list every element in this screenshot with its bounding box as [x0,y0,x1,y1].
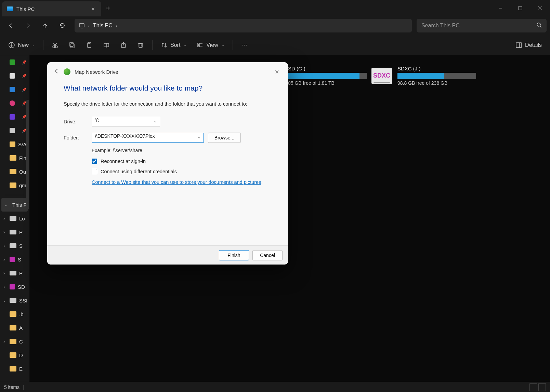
sidebar-drive-p2[interactable]: P [0,266,29,280]
sidebar-drive-s2[interactable]: S [0,253,29,266]
map-network-drive-dialog: Map Network Drive ✕ What network folder … [47,62,288,265]
sidebar-folder-b[interactable]: .b [0,307,29,321]
details-icon [515,42,522,49]
svg-rect-31 [198,45,199,47]
details-pane-button[interactable]: Details [511,38,546,52]
sidebar-quick-music[interactable]: 📌 [0,96,29,110]
folder-icon [10,141,15,147]
status-separator: | [23,384,24,390]
sidebar-quick-drive[interactable]: 📌 [0,124,29,137]
music-icon [10,100,15,106]
sidebar-quick-videos[interactable]: 📌 [0,110,29,124]
sidebar-label: Lo [19,216,25,221]
drive-row: Drive: Y: [64,117,272,126]
svg-rect-30 [198,43,199,44]
credentials-checkbox[interactable] [92,169,97,174]
share-button[interactable] [116,38,131,52]
chevron-icon[interactable]: › [88,23,90,28]
details-label: Details [525,42,542,48]
chevron-icon[interactable]: › [116,23,117,28]
search-box[interactable] [417,19,547,32]
dialog-body: What network folder would you like to ma… [47,81,288,245]
delete-button[interactable] [133,38,148,52]
forward-button[interactable] [21,19,36,32]
drive-select[interactable]: Y: [92,117,160,126]
more-button[interactable]: ⋯ [237,38,252,52]
sidebar-drive-ssi[interactable]: SSI [0,294,29,307]
copy-button[interactable] [65,38,80,52]
navbar: › This PC › [0,16,550,35]
sidebar-quick-downloads[interactable]: 📌 [0,55,29,69]
reconnect-checkbox-row[interactable]: Reconnect at sign-in [92,159,272,164]
folder-input[interactable]: \\DESKTOP-XXXXXXX\Plex [92,133,204,143]
svg-rect-5 [79,24,84,27]
svg-rect-1 [519,6,522,10]
refresh-button[interactable] [55,19,70,32]
sidebar-folder-d[interactable]: D [0,348,29,362]
connect-website-link[interactable]: Connect to a Web site that you can use t… [92,179,261,185]
sidebar-folder-c[interactable]: C [0,335,29,348]
browse-button[interactable]: Browse... [208,133,241,143]
toolbar: New ⌄ Sort ⌄ View ⌄ ⋯ Details [0,35,550,55]
sort-button[interactable]: Sort ⌄ [157,38,191,52]
sidebar-quick-documents[interactable]: 📌 [0,69,29,83]
folder-icon [10,155,16,161]
tab-this-pc[interactable]: This PC ✕ [2,1,101,16]
sidebar-folder-e[interactable]: E [0,362,29,376]
finish-button[interactable]: Finish [219,250,249,260]
pictures-icon [10,87,15,92]
dialog-footer: Finish Cancel [47,245,288,265]
reconnect-checkbox[interactable] [92,159,97,164]
new-button[interactable]: New ⌄ [4,38,39,52]
cancel-button[interactable]: Cancel [252,250,283,260]
monitor-icon [79,23,85,29]
chevron-down-icon: ⌄ [184,43,186,47]
minimize-button[interactable] [490,0,510,16]
view-button[interactable]: View ⌄ [193,38,228,52]
maximize-button[interactable] [510,0,530,16]
sidebar-folder-gm[interactable]: gm [0,178,29,192]
svg-rect-16 [71,44,74,48]
address-bar[interactable]: › This PC › [75,19,412,32]
search-input[interactable] [421,23,536,29]
svg-point-13 [55,46,57,48]
sidebar-folder-svg[interactable]: SVG [0,137,29,151]
credentials-checkbox-row[interactable]: Connect using different credentials [92,169,272,174]
cut-button[interactable] [48,38,63,52]
close-window-button[interactable] [530,0,550,16]
sidebar-folder-fin[interactable]: Fin [0,151,29,165]
close-tab-icon[interactable]: ✕ [90,5,96,13]
sidebar-quick-pictures[interactable]: 📌 [0,83,29,96]
details-view-button[interactable] [529,383,537,391]
sd-icon [10,284,15,289]
dialog-heading: What network folder would you like to ma… [64,84,272,92]
sidebar-scrollbar[interactable] [26,100,29,209]
sidebar-label: P [19,270,23,276]
dialog-back-button[interactable] [53,68,60,76]
sidebar-label: S [18,257,21,262]
drive-item-sdxc-j[interactable]: SDXC SDXC (J:) 98.8 GB free of 238 GB [371,66,476,86]
back-button[interactable] [3,19,18,32]
tiles-view-button[interactable] [538,383,546,391]
breadcrumb[interactable]: This PC [93,23,113,29]
folder-icon [10,311,16,317]
link-row: Connect to a Web site that you can use t… [64,179,272,185]
dialog-close-button[interactable]: ✕ [272,67,282,77]
sidebar-item-this-pc[interactable]: This PC [1,198,28,212]
sidebar-folder-ou[interactable]: Ou [0,165,29,178]
view-icon [197,42,204,49]
sidebar-drive-s[interactable]: S [0,239,29,253]
sidebar-folder-a[interactable]: A [0,321,29,335]
up-button[interactable] [38,19,53,32]
example-text: Example: \\server\share [92,148,272,153]
sidebar-drive-sd[interactable]: SD [0,280,29,294]
sidebar-drive-lo[interactable]: Lo [0,212,29,225]
paste-button[interactable] [82,38,97,52]
rename-button[interactable] [99,38,114,52]
sidebar-label: Ou [19,169,26,175]
sidebar-separator [5,195,24,195]
new-tab-button[interactable]: + [101,0,115,16]
sidebar-drive-p[interactable]: P [0,225,29,239]
search-icon[interactable] [536,22,542,29]
sidebar-label: SD [18,284,25,290]
